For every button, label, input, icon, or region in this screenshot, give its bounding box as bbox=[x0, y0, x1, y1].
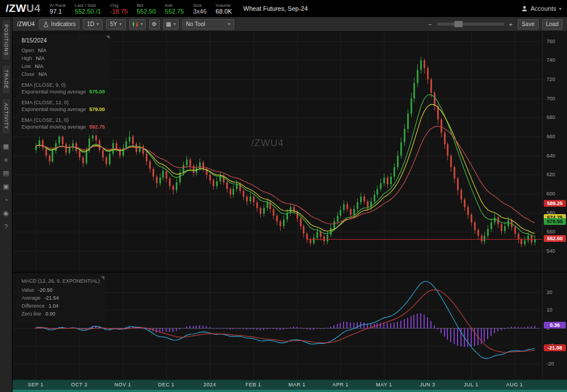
macd-badge: -21.08 bbox=[544, 344, 566, 351]
macd-axis-tick: -20 bbox=[547, 361, 554, 367]
ema9-row: Exponential moving average575.00 bbox=[22, 88, 105, 96]
stat-bid: Bid 552.50 bbox=[137, 2, 156, 15]
flask-icon bbox=[43, 22, 49, 27]
time-axis-label: 2024 bbox=[204, 382, 216, 387]
chevron-down-icon: ▾ bbox=[559, 6, 561, 11]
time-axis-label: OCT 2 bbox=[71, 382, 87, 387]
range-value: 5Y bbox=[110, 21, 117, 27]
timeframe-dropdown[interactable]: 1D ▾ bbox=[83, 19, 103, 29]
price-axis-tick: 760 bbox=[547, 39, 555, 44]
gear-icon: ⚙ bbox=[152, 21, 157, 27]
grid-icon[interactable]: ▣ bbox=[2, 183, 10, 190]
price-badge: 552.50 bbox=[544, 235, 566, 242]
price-legend: ◥ 8/15/2024 OpenN/A HighN/A LowN/A Close… bbox=[16, 34, 111, 135]
price-axis[interactable]: 760740720700680660640620600580560540589.… bbox=[542, 32, 567, 272]
clock-icon[interactable]: ◔ bbox=[2, 197, 10, 203]
zoom-out-button[interactable]: − bbox=[426, 21, 433, 28]
price-badge: 570.50 bbox=[544, 218, 566, 225]
chart-settings-button[interactable]: ⚙ bbox=[149, 19, 160, 29]
price-axis-tick: 620 bbox=[547, 172, 555, 177]
sidebar-tab-trade[interactable]: TRADE bbox=[2, 65, 11, 94]
legend-collapse-icon[interactable]: ◥ bbox=[101, 275, 104, 280]
toolbar-symbol-label: /ZWU4 bbox=[17, 21, 35, 27]
zoom-slider[interactable] bbox=[437, 23, 504, 25]
calculator-icon[interactable]: ▦ bbox=[2, 143, 10, 150]
sidebar-tab-activity[interactable]: ACTIVITY bbox=[2, 98, 11, 134]
price-axis-tick: 720 bbox=[547, 76, 555, 82]
instrument-description: Wheat Futures, Sep-24 bbox=[243, 5, 308, 12]
stat-chg: Chg -18.75 bbox=[110, 2, 128, 15]
macd-axis-tick: 10 bbox=[547, 307, 552, 313]
zoom-in-button[interactable]: + bbox=[507, 21, 514, 28]
macd-axis[interactable]: 20100-10-200.36-21.08 bbox=[542, 272, 567, 380]
macd-axis-tick: 20 bbox=[547, 289, 552, 295]
watchlist-icon[interactable]: ≡ bbox=[2, 156, 10, 163]
save-button[interactable]: Save bbox=[518, 19, 539, 29]
price-axis-tick: 660 bbox=[547, 134, 555, 139]
left-sidebar: POSITIONS TRADE ACTIVITY ▦ ≡ ▤ ▣ ◔ ◉ ? bbox=[0, 17, 12, 392]
range-dropdown[interactable]: 5Y ▾ bbox=[106, 19, 125, 29]
drawing-tool-value: No Tool bbox=[186, 21, 205, 27]
active-window-border bbox=[12, 390, 567, 392]
stat-size: Size 3x46 bbox=[193, 2, 206, 15]
help-icon[interactable]: ? bbox=[2, 223, 10, 230]
price-axis-tick: 640 bbox=[547, 153, 555, 159]
stat-volume: Volume 68.0K bbox=[215, 2, 232, 15]
price-axis-tick: 700 bbox=[547, 96, 555, 101]
symbol-suffix: U4 bbox=[26, 2, 40, 14]
stat-last-size: Last / Size 552.50 /1 bbox=[75, 2, 101, 15]
time-axis-label: MAY 1 bbox=[376, 382, 392, 387]
symbol-watermark: /ZWU4 bbox=[251, 138, 284, 149]
drawing-tool-dropdown[interactable]: No Tool ▾ bbox=[182, 19, 234, 29]
monitor-icon[interactable]: ▤ bbox=[2, 169, 10, 177]
chart-style-dropdown[interactable]: ▾ bbox=[129, 19, 146, 29]
load-button[interactable]: Load bbox=[542, 19, 562, 29]
chart-toolbar: /ZWU4 Indicators 1D ▾ 5Y ▾ ▾ ⚙ ▦ bbox=[12, 17, 567, 32]
price-axis-tick: 600 bbox=[547, 191, 555, 197]
zoom-slider-handle[interactable] bbox=[454, 21, 463, 27]
price-axis-tick: 560 bbox=[547, 229, 555, 235]
indicators-button[interactable]: Indicators bbox=[39, 19, 79, 29]
time-axis-label: JUL 1 bbox=[464, 382, 479, 387]
macd-legend: ◥ MACD (12, 26, 9, EXPONENTIAL) Value-20… bbox=[16, 275, 105, 322]
pattern-dropdown[interactable]: ▦ ▾ bbox=[163, 19, 179, 29]
macd-pane: ◥ MACD (12, 26, 9, EXPONENTIAL) Value-20… bbox=[12, 272, 567, 380]
crosshair-date: 8/15/2024 bbox=[22, 37, 105, 44]
price-axis-tick: 540 bbox=[547, 248, 555, 254]
price-badge: 589.25 bbox=[544, 200, 566, 207]
accounts-label: Accounts bbox=[531, 5, 556, 12]
time-axis[interactable]: SEP 1OCT 2NOV 1DEC 12024FEB 1MAR 1APR 1M… bbox=[12, 380, 567, 390]
ema12-row: Exponential moving average579.00 bbox=[22, 105, 105, 113]
chevron-down-icon: ▾ bbox=[141, 22, 143, 27]
chevron-down-icon: ▾ bbox=[228, 22, 230, 27]
sidebar-tab-positions[interactable]: POSITIONS bbox=[2, 19, 11, 61]
price-axis-tick: 680 bbox=[547, 114, 555, 120]
time-axis-label: NOV 1 bbox=[115, 382, 132, 387]
ema21-title: EMA (CLOSE, 21, 0) bbox=[22, 117, 105, 123]
price-axis-tick: 740 bbox=[547, 57, 555, 63]
stat-iv-rank: IV Rank 97.1 bbox=[50, 2, 66, 15]
ema9-title: EMA (CLOSE, 9, 0) bbox=[22, 82, 105, 88]
time-axis-label: SEP 1 bbox=[28, 382, 44, 387]
chevron-down-icon: ▾ bbox=[96, 22, 99, 27]
time-axis-label: MAR 1 bbox=[289, 382, 306, 387]
chart-gadget: /ZWU4 Indicators 1D ▾ 5Y ▾ ▾ ⚙ ▦ bbox=[12, 17, 567, 392]
chevron-down-icon: ▾ bbox=[174, 22, 176, 27]
person-icon bbox=[521, 5, 528, 12]
users-icon[interactable]: ◉ bbox=[2, 210, 10, 217]
legend-collapse-icon[interactable]: ◥ bbox=[106, 35, 109, 40]
accounts-menu[interactable]: Accounts ▾ bbox=[521, 5, 561, 12]
symbol-root: /ZW bbox=[6, 2, 26, 14]
candlestick-icon bbox=[132, 21, 138, 28]
time-axis-label: APR 1 bbox=[332, 382, 349, 387]
chart-area: /ZWU4 ◥ 8/15/2024 OpenN/A HighN/A LowN/A… bbox=[12, 32, 567, 392]
indicators-label: Indicators bbox=[51, 21, 75, 27]
sidebar-icons: ▦ ≡ ▤ ▣ ◔ ◉ ? bbox=[2, 143, 10, 230]
top-quote-bar: /ZWU4 IV Rank 97.1 Last / Size 552.50 /1… bbox=[0, 0, 567, 17]
time-axis-label: JUN 3 bbox=[420, 382, 435, 387]
time-axis-label: AUG 1 bbox=[506, 382, 523, 387]
macd-title: MACD (12, 26, 9, EXPONENTIAL) bbox=[22, 278, 100, 284]
stat-ask: Ask 552.75 bbox=[165, 2, 184, 15]
ema12-title: EMA (CLOSE, 12, 0) bbox=[22, 100, 105, 105]
chevron-down-icon: ▾ bbox=[120, 22, 122, 27]
